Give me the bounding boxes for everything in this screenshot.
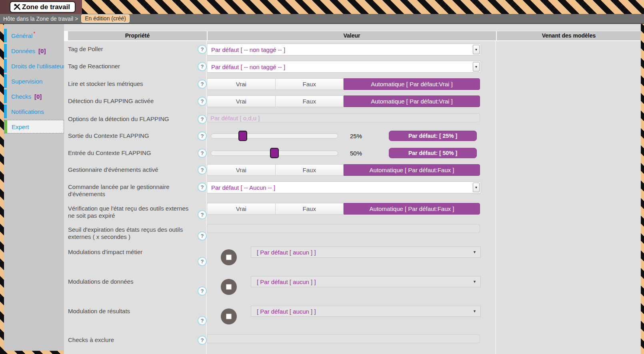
- property-label: Lire et stocker les métriques: [68, 78, 198, 88]
- page-layout: Général * Données [0] Droits de l'utilis…: [0, 24, 644, 354]
- value-cell: Par défaut [ -- Aucun -- ] ▼: [207, 181, 496, 193]
- help-icon[interactable]: ?: [198, 80, 207, 89]
- help-icon[interactable]: ?: [198, 97, 207, 106]
- chevron-down-icon[interactable]: ▼: [473, 45, 480, 54]
- help-icon[interactable]: ?: [198, 165, 207, 175]
- sidebar-item-donnees[interactable]: Données [0]: [4, 44, 64, 58]
- value-cell: [ Par défaut [ aucun ] ] ▼: [207, 276, 496, 295]
- property-cell: Vérification que l'état reçu des outils …: [68, 203, 207, 219]
- property-label: Modulation de résultats: [68, 306, 198, 315]
- table-row-high-flap-threshold: Entrée du Contexte FLAPPING ? 50% Par dé…: [64, 147, 641, 159]
- help-icon[interactable]: ?: [198, 183, 207, 192]
- vrai-button[interactable]: Vrai: [207, 95, 276, 107]
- faux-button[interactable]: Faux: [276, 95, 344, 107]
- faux-button[interactable]: Faux: [276, 164, 344, 176]
- help-icon[interactable]: ?: [198, 115, 207, 124]
- help-icon[interactable]: ?: [198, 257, 207, 266]
- freshness-threshold-input[interactable]: [207, 224, 480, 233]
- slider-row: 25% Par défaut: [ 25% ]: [207, 130, 496, 141]
- sidebar-item-label: Checks: [11, 93, 31, 100]
- chevron-down-icon[interactable]: ▼: [473, 62, 480, 72]
- column-header-valeur: Valeur: [208, 31, 496, 40]
- value-cell: [ Par défaut [ aucun ] ] ▼: [207, 306, 496, 324]
- workspace-button[interactable]: Zone de travail: [10, 1, 76, 13]
- tab-color-bar: [4, 29, 7, 42]
- checks-exclude-input[interactable]: [207, 334, 480, 343]
- sidebar-item-notifications[interactable]: Notifications: [4, 105, 64, 118]
- help-icon[interactable]: ?: [198, 149, 207, 158]
- slider-thumb[interactable]: [270, 148, 279, 158]
- low-flap-slider[interactable]: [211, 133, 338, 139]
- table-row-tag-reactionner: Tag de Reactionner ? Par défaut [ -- non…: [64, 61, 641, 73]
- workspace-button-label: Zone de travail: [22, 3, 70, 11]
- help-icon[interactable]: ?: [198, 62, 207, 71]
- table-row-tag-poller: Tag de Poller ? Par défaut [ -- non tagg…: [64, 44, 641, 56]
- value-cell: Vrai Faux Automatique [ Par défaut:Vrai …: [207, 95, 496, 107]
- stop-button[interactable]: [221, 249, 237, 265]
- help-icon[interactable]: ?: [198, 286, 207, 296]
- column-header-propriete: Propriété: [68, 31, 207, 40]
- item-count-badge: [0]: [38, 48, 46, 54]
- vrai-button[interactable]: Vrai: [207, 78, 276, 90]
- automatique-button[interactable]: Automatique [ Par défaut:Faux ]: [344, 203, 480, 215]
- stop-button[interactable]: [221, 308, 237, 324]
- default-value-button[interactable]: Par défaut: [ 25% ]: [389, 131, 477, 141]
- vrai-button[interactable]: Vrai: [207, 164, 276, 176]
- event-handler-command-select[interactable]: Par défaut [ -- Aucun -- ] ▼: [207, 181, 481, 193]
- result-modulation-select[interactable]: [ Par défaut [ aucun ] ] ▼: [251, 306, 481, 317]
- tools-icon: [14, 4, 21, 11]
- vrai-button[interactable]: Vrai: [207, 203, 276, 215]
- tab-color-bar: [4, 89, 7, 103]
- stop-icon: [226, 255, 232, 260]
- required-asterisk: *: [33, 31, 35, 36]
- construction-banner: Zone de travail: [0, 0, 644, 14]
- sidebar-item-supervision[interactable]: Supervision: [4, 74, 64, 88]
- slider-thumb[interactable]: [238, 131, 247, 141]
- flap-options-input[interactable]: [207, 113, 480, 122]
- faux-button[interactable]: Faux: [276, 203, 344, 215]
- property-label: Options de la détection du FLAPPING: [68, 113, 198, 123]
- chevron-down-icon[interactable]: ▼: [473, 183, 480, 192]
- stop-button[interactable]: [221, 279, 237, 295]
- sidebar-item-checks[interactable]: Checks [0]: [4, 89, 64, 103]
- reactionner-tag-select[interactable]: Par défaut [ -- non taggé -- ] ▼: [207, 61, 481, 73]
- tab-color-bar: [4, 44, 7, 58]
- property-label: Seuil d'expiration des états reçus des o…: [68, 224, 198, 241]
- automatique-button[interactable]: Automatique [ Par défaut:Vrai ]: [344, 78, 480, 90]
- tristate-toggle: Vrai Faux Automatique [ Par défaut:Faux …: [207, 203, 480, 215]
- sidebar-item-general[interactable]: Général *: [4, 29, 64, 42]
- value-cell: Vrai Faux Automatique [ Par défaut:Faux …: [207, 203, 496, 215]
- sidebar-item-label: Général: [11, 32, 32, 39]
- business-impact-modulation-select[interactable]: [ Par défaut [ aucun ] ] ▼: [251, 247, 481, 258]
- automatique-button[interactable]: Automatique [ Par défaut:Vrai ]: [344, 95, 480, 107]
- property-label: Entrée du Contexte FLAPPING: [68, 147, 198, 157]
- high-flap-slider[interactable]: [211, 151, 338, 156]
- automatique-button[interactable]: Automatique [ Par défaut:Faux ]: [344, 164, 480, 176]
- help-icon[interactable]: ?: [198, 45, 207, 54]
- data-modulation-select[interactable]: [ Par défaut [ aucun ] ] ▼: [251, 276, 481, 287]
- help-icon[interactable]: ?: [198, 316, 207, 325]
- modulation-row: [ Par défaut [ aucun ] ] ▼: [207, 276, 496, 295]
- property-cell: Modulations d'impact métier ?: [68, 247, 207, 266]
- help-icon[interactable]: ?: [198, 131, 207, 141]
- stop-icon: [226, 314, 232, 319]
- default-value-button[interactable]: Par défaut: [ 50% ]: [389, 148, 477, 158]
- table-row-freshness-threshold: Seuil d'expiration des états reçus des o…: [64, 224, 641, 241]
- sidebar-item-label: Supervision: [11, 78, 42, 85]
- help-icon[interactable]: ?: [198, 210, 207, 219]
- sidebar-item-expert[interactable]: Expert: [4, 120, 64, 133]
- tristate-toggle: Vrai Faux Automatique [ Par défaut:Vrai …: [207, 78, 480, 90]
- sidebar-item-droits-utilisateur[interactable]: Droits de l'utilisateur: [4, 59, 64, 73]
- poller-tag-select[interactable]: Par défaut [ -- non taggé -- ] ▼: [207, 44, 481, 56]
- property-cell: Tag de Poller ?: [68, 44, 207, 54]
- slider-row: 50% Par défaut: [ 50% ]: [207, 147, 496, 159]
- slider-value: 50%: [350, 150, 372, 157]
- help-icon[interactable]: ?: [198, 231, 207, 241]
- breadcrumb: Hôte dans la Zone de travail > En éditio…: [0, 14, 644, 24]
- value-cell: [ Par défaut [ aucun ] ] ▼: [207, 247, 496, 265]
- table-row-process-perf-data: Lire et stocker les métriques ? Vrai Fau…: [64, 78, 641, 90]
- faux-button[interactable]: Faux: [276, 78, 344, 90]
- help-icon[interactable]: ?: [198, 336, 207, 345]
- property-cell: Checks à exclure ?: [68, 334, 207, 345]
- property-cell: Tag de Reactionner ?: [68, 61, 207, 71]
